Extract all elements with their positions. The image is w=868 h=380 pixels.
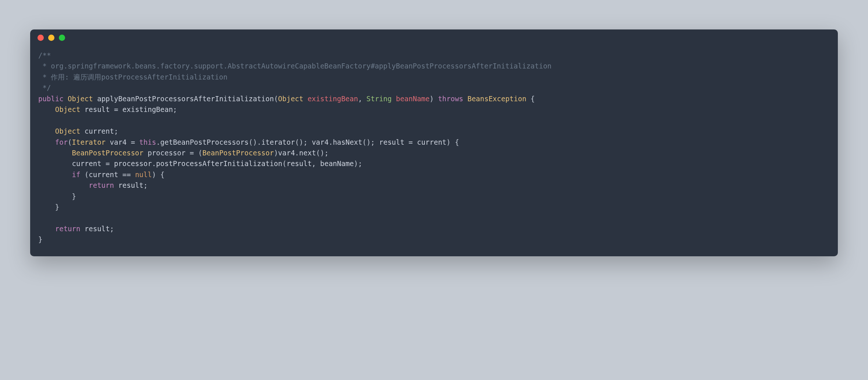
- code-window: /** * org.springframework.beans.factory.…: [30, 29, 838, 256]
- comment-line2: * 作用: 遍历调用postProcessAfterInitialization: [38, 73, 227, 81]
- type-beanpost: BeanPostProcessor: [72, 149, 143, 157]
- comma: ,: [358, 95, 362, 103]
- semi: ;: [173, 105, 177, 113]
- type-string: String: [366, 95, 392, 103]
- op: =: [404, 138, 417, 146]
- brace: }: [55, 203, 59, 211]
- method-getbean: getBeanPostProcessors: [160, 138, 249, 146]
- type-iterator: Iterator: [72, 138, 106, 146]
- paren: );: [354, 159, 362, 168]
- var-current-4: current: [89, 170, 118, 179]
- dot: .: [152, 159, 156, 168]
- brace: {: [455, 138, 459, 146]
- type-object-1: Object: [68, 95, 93, 103]
- var-beanname: beanName: [320, 159, 354, 168]
- brace: {: [160, 170, 164, 179]
- type-object-2: Object: [278, 95, 303, 103]
- var-var4: var4: [110, 138, 127, 146]
- paren: ();: [362, 138, 375, 146]
- var-processor: processor: [147, 149, 185, 157]
- maximize-icon[interactable]: [59, 35, 65, 41]
- method-hasnext: hasNext: [333, 138, 362, 146]
- dot: .: [156, 138, 160, 146]
- comma: ,: [312, 159, 316, 168]
- var-current-2: current: [417, 138, 447, 146]
- kw-null: null: [135, 170, 152, 179]
- semi: ;: [114, 127, 118, 135]
- comment-end: */: [38, 84, 51, 92]
- var-existingbean: existingBean: [122, 105, 173, 113]
- window-titlebar: [30, 29, 838, 46]
- paren: ): [430, 95, 434, 103]
- method-postprocess: postProcessAfterInitialization: [156, 159, 282, 168]
- paren: (: [198, 149, 202, 157]
- kw-throws: throws: [438, 95, 463, 103]
- paren: (: [274, 95, 278, 103]
- paren: (: [68, 138, 72, 146]
- close-icon[interactable]: [38, 35, 44, 41]
- var-current-3: current: [72, 159, 102, 168]
- paren: ): [274, 149, 278, 157]
- var-result-2: result: [379, 138, 405, 146]
- var-processor-2: processor: [114, 159, 152, 168]
- semi: ;: [143, 181, 147, 189]
- brace: {: [531, 95, 535, 103]
- comment-line1: * org.springframework.beans.factory.supp…: [38, 62, 552, 70]
- param2: beanName: [396, 95, 430, 103]
- op: =: [102, 159, 114, 168]
- paren: ();: [295, 138, 307, 146]
- brace: }: [72, 192, 76, 200]
- paren: (: [282, 159, 287, 168]
- brace: }: [38, 235, 42, 243]
- var-result: result: [85, 105, 110, 113]
- type-object-4: Object: [55, 127, 81, 135]
- var-var4-2: var4: [312, 138, 329, 146]
- semi: ;: [110, 225, 114, 233]
- var-result-4: result: [118, 181, 143, 189]
- kw-for: for: [55, 138, 68, 146]
- method-name: applyBeanPostProcessorsAfterInitializati…: [97, 95, 274, 103]
- var-var4-3: var4: [278, 149, 295, 157]
- op: ==: [118, 170, 135, 179]
- kw-return-1: return: [89, 181, 114, 189]
- type-exception: BeansException: [467, 95, 526, 103]
- paren: (: [85, 170, 89, 179]
- op: =: [185, 149, 198, 157]
- comment-start: /**: [38, 51, 51, 59]
- method-iterator: iterator: [261, 138, 295, 146]
- var-result-5: result: [85, 225, 110, 233]
- paren: ().: [249, 138, 261, 146]
- dot: .: [328, 138, 332, 146]
- paren: ): [447, 138, 451, 146]
- kw-return-2: return: [55, 225, 81, 233]
- paren: ): [152, 170, 156, 179]
- paren: ();: [316, 149, 328, 157]
- kw-if: if: [72, 170, 81, 179]
- op: =: [110, 105, 122, 113]
- param1: existingBean: [307, 95, 358, 103]
- kw-this: this: [139, 138, 156, 146]
- var-result-3: result: [287, 159, 312, 168]
- method-next: next: [299, 149, 316, 157]
- kw-public: public: [38, 95, 64, 103]
- minimize-icon[interactable]: [48, 35, 54, 41]
- code-content[interactable]: /** * org.springframework.beans.factory.…: [30, 46, 838, 256]
- type-object-3: Object: [55, 105, 81, 113]
- type-beanpost-2: BeanPostProcessor: [202, 149, 274, 157]
- var-current: current: [85, 127, 114, 135]
- op: =: [127, 138, 139, 146]
- dot: .: [295, 149, 299, 157]
